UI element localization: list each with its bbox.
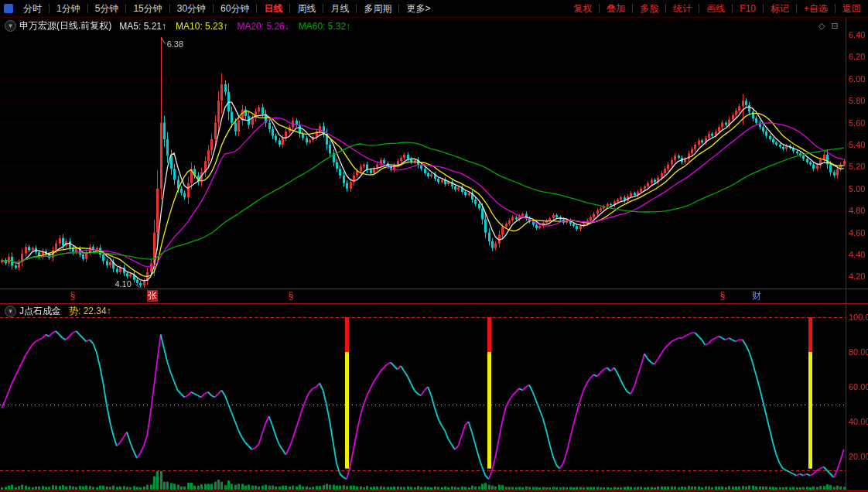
price-tick-label: 4.20 [849,272,868,281]
period-tab-日线[interactable]: 日线 [257,0,289,17]
tool-button-F10[interactable]: F10 [733,0,763,17]
indicator-tick-label: 60.00 [849,382,868,391]
period-tab-周线[interactable]: 周线 [290,0,323,17]
price-tick-label: 5.60 [849,118,868,128]
axis-border [846,17,846,491]
main-chart-title: 申万宏源(日线.前复权) [19,19,111,32]
bottom-border [0,490,868,491]
ma-legend-item-3: MA60: 5.32↑ [299,21,350,32]
indicator-header: ▾ J点石成金 势: 22.34↑ [5,305,111,318]
ma-legend-item-2: MA20: 5.26↓ [237,21,289,32]
toolbar-left: 分时1分钟5分钟15分钟30分钟60分钟日线周线月线多周期更多> [0,0,437,17]
period-tab-更多>[interactable]: 更多> [399,0,437,17]
tool-button-画线[interactable]: 画线 [699,0,732,17]
indicator-tick-label: 40.00 [849,417,868,426]
price-tick-label: 5.40 [849,140,868,149]
tool-button-多股[interactable]: 多股 [633,0,665,17]
main-corner-icons: ◇ ⊡ [818,21,839,31]
ma-legend: MA5: 5.21↑MA10: 5.23↑MA20: 5.26↓MA60: 5.… [119,21,360,32]
ma-legend-item-0: MA5: 5.21↑ [119,21,166,32]
period-tab-多周期[interactable]: 多周期 [357,0,398,17]
tool-button-标记[interactable]: 标记 [764,0,796,17]
event-marker[interactable]: 财 [751,290,762,302]
period-tab-分时[interactable]: 分时 [16,0,49,17]
price-tick-label: 4.60 [849,228,868,237]
diamond-icon[interactable]: ◇ [818,21,825,31]
indicator-tick-label: 80.00 [849,347,868,357]
event-marker-strip: §张§§财 [0,289,846,303]
tool-button-+自选[interactable]: +自选 [797,0,835,17]
indicator-tick-label: 20.00 [849,452,868,461]
price-tick-label: 6.20 [849,52,868,61]
collapse-indicator-icon[interactable]: ▾ [5,306,16,317]
price-tick-label: 4.40 [849,250,868,259]
ma-legend-item-1: MA10: 5.23↑ [176,21,227,32]
stock-app-window: 分时1分钟5分钟15分钟30分钟60分钟日线周线月线多周期更多> 复权叠加多股统… [0,0,868,492]
tool-button-复权[interactable]: 复权 [566,0,599,17]
collapse-main-icon[interactable]: ▾ [5,20,16,32]
indicator-value: 势: 22.34↑ [69,305,111,318]
period-tab-30分钟[interactable]: 30分钟 [170,0,213,17]
indicator-chart-canvas[interactable] [0,303,846,492]
event-marker[interactable]: 张 [147,290,158,302]
event-marker[interactable]: § [67,290,78,302]
event-marker[interactable]: § [717,290,728,302]
tool-button-统计[interactable]: 统计 [666,0,699,17]
main-chart-header: ▾ 申万宏源(日线.前复权) MA5: 5.21↑MA10: 5.23↑MA20… [5,19,360,32]
toolbar-right: 复权叠加多股统计画线F10标记+自选返回 [566,0,868,17]
price-tick-label: 6.40 [849,30,868,39]
app-logo-icon[interactable] [4,4,13,13]
period-tab-60分钟[interactable]: 60分钟 [214,0,256,17]
tool-button-叠加[interactable]: 叠加 [600,0,632,17]
indicator-title: J点石成金 [19,305,61,318]
price-tick-label: 5.00 [849,184,868,193]
price-tick-label: 5.80 [849,96,868,105]
indicator-tick-label: 100.00 [849,313,868,322]
price-tick-label: 6.00 [849,74,868,84]
period-tab-月线[interactable]: 月线 [323,0,356,17]
period-tab-15分钟[interactable]: 15分钟 [126,0,169,17]
marker-strip-divider [0,303,868,304]
period-tab-5分钟[interactable]: 5分钟 [88,0,126,17]
price-tick-label: 5.20 [849,162,868,171]
tool-button-返回[interactable]: 返回 [836,0,868,17]
panel-toggle-icon[interactable]: ⊡ [831,21,838,31]
period-tab-1分钟[interactable]: 1分钟 [50,0,87,17]
toolbar: 分时1分钟5分钟15分钟30分钟60分钟日线周线月线多周期更多> 复权叠加多股统… [0,0,868,18]
event-marker[interactable]: § [285,290,296,302]
main-chart-canvas[interactable] [0,17,846,289]
price-tick-label: 4.80 [849,206,868,215]
